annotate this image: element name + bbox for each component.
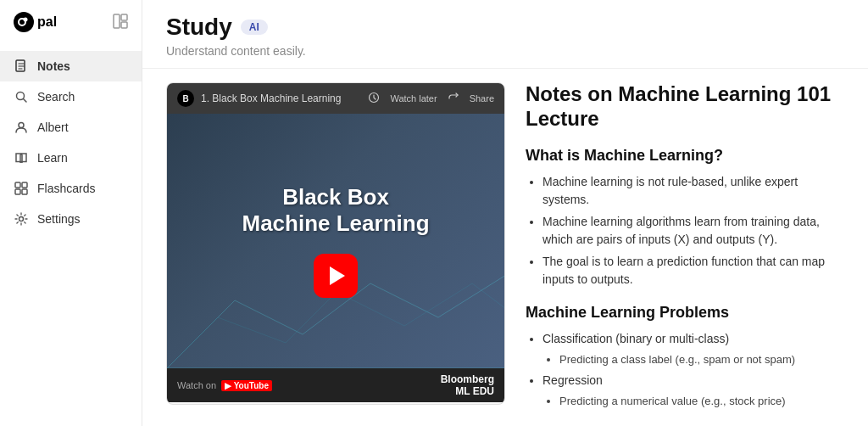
logo: pal xyxy=(14,12,57,32)
page-title: Study xyxy=(166,14,232,41)
list-item: Machine learning is not rule-based, unli… xyxy=(542,173,841,209)
sidebar: pal Notes xyxy=(0,0,142,426)
video-bottom-bar: Watch on ▶ YouTube BloombergML EDU xyxy=(167,368,504,402)
bloomberg-label: BloombergML EDU xyxy=(441,373,494,397)
sidebar-item-search[interactable]: Search xyxy=(0,81,142,112)
page-header: Study AI Understand content easily. xyxy=(142,0,868,69)
list-item: Predicting a class label (e.g., spam or … xyxy=(559,351,841,368)
watch-on-label: Watch on xyxy=(177,380,216,390)
main-content: Study AI Understand content easily. B 1.… xyxy=(142,0,868,426)
watch-later-icon xyxy=(368,92,380,105)
sidebar-item-settings-label: Settings xyxy=(37,212,81,226)
list-item: Machine learning algorithms learn from t… xyxy=(542,213,841,249)
list-item: Predicting a numerical value (e.g., stoc… xyxy=(559,393,841,410)
gear-icon xyxy=(14,211,29,227)
notes-section-2-title: Machine Learning Problems xyxy=(526,304,841,322)
sidebar-item-notes[interactable]: Notes xyxy=(0,51,142,81)
sidebar-item-notes-label: Notes xyxy=(37,59,70,73)
notes-sublist: Predicting a numerical value (e.g., stoc… xyxy=(542,393,841,410)
sidebar-item-learn[interactable]: Learn xyxy=(0,143,142,173)
layout-toggle-button[interactable] xyxy=(113,14,128,31)
ai-badge: AI xyxy=(241,20,268,35)
youtube-logo: ▶ YouTube xyxy=(221,380,272,391)
sidebar-item-learn-label: Learn xyxy=(37,151,68,165)
share-label[interactable]: Share xyxy=(470,93,494,104)
sidebar-item-search-label: Search xyxy=(37,90,75,104)
sidebar-header: pal xyxy=(0,0,142,44)
sidebar-item-flashcards[interactable]: Flashcards xyxy=(0,173,142,204)
list-item: Classification (binary or multi-class) P… xyxy=(542,330,841,368)
sidebar-item-albert[interactable]: Albert xyxy=(0,112,142,143)
title-row: Study AI xyxy=(166,14,844,41)
video-top-bar: B 1. Black Box Machine Learning Watch la… xyxy=(167,83,504,114)
svg-line-7 xyxy=(24,99,27,103)
list-item: Regression Predicting a numerical value … xyxy=(542,372,841,410)
watch-on-youtube[interactable]: Watch on ▶ YouTube xyxy=(177,380,272,391)
grid-icon xyxy=(14,181,29,196)
content-area: B 1. Black Box Machine Learning Watch la… xyxy=(142,69,868,426)
play-button[interactable] xyxy=(314,254,358,298)
video-title: 1. Black Box Machine Learning xyxy=(201,92,361,104)
notes-sublist: Predicting a class label (e.g., spam or … xyxy=(542,351,841,368)
play-arrow-icon xyxy=(330,266,345,285)
logo-text: pal xyxy=(37,14,57,30)
video-thumbnail: Black BoxMachine Learning xyxy=(167,114,504,368)
svg-rect-10 xyxy=(22,182,27,188)
svg-rect-2 xyxy=(114,14,120,28)
notes-section-2-list: Classification (binary or multi-class) P… xyxy=(526,330,841,412)
sidebar-item-albert-label: Albert xyxy=(37,121,69,134)
video-panel: B 1. Black Box Machine Learning Watch la… xyxy=(166,82,505,405)
sidebar-nav: Notes Search Albert xyxy=(0,44,142,426)
sidebar-item-flashcards-label: Flashcards xyxy=(37,182,95,195)
svg-rect-12 xyxy=(22,189,27,194)
book-icon xyxy=(14,150,29,165)
svg-rect-3 xyxy=(121,14,127,20)
svg-rect-9 xyxy=(15,182,20,188)
svg-rect-11 xyxy=(15,189,20,194)
notes-panel: Notes on Machine Learning 101 Lecture Wh… xyxy=(526,82,844,412)
sidebar-item-settings[interactable]: Settings xyxy=(0,204,142,234)
page-subtitle: Understand content easily. xyxy=(166,44,844,58)
video-overlay-title: Black BoxMachine Learning xyxy=(242,184,429,237)
notes-section-1-title: What is Machine Learning? xyxy=(526,147,841,165)
user-icon xyxy=(14,120,29,135)
notes-section-1-list: Machine learning is not rule-based, unli… xyxy=(526,173,841,289)
svg-point-8 xyxy=(19,123,24,128)
svg-point-13 xyxy=(19,217,24,221)
share-icon xyxy=(448,92,459,105)
svg-rect-4 xyxy=(121,22,127,28)
notes-title: Notes on Machine Learning 101 Lecture xyxy=(526,82,841,132)
video-actions: Watch later Share xyxy=(368,92,494,105)
watch-later-label[interactable]: Watch later xyxy=(390,93,437,104)
video-channel-badge: B xyxy=(177,90,194,107)
file-icon xyxy=(14,59,29,74)
logo-icon xyxy=(14,12,34,32)
list-item: The goal is to learn a prediction functi… xyxy=(542,253,841,289)
svg-point-1 xyxy=(24,18,28,22)
search-icon xyxy=(14,89,29,104)
